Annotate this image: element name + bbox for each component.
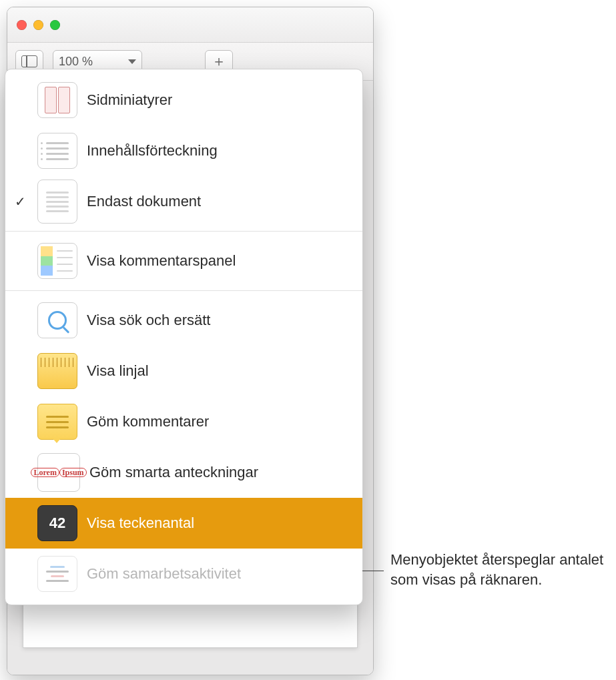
menu-item-toc[interactable]: Innehållsförteckning — [5, 125, 362, 176]
chevron-down-icon — [128, 59, 136, 64]
menu-item-character-count[interactable]: 42 Visa teckenantal — [5, 498, 362, 549]
menu-item-label: Sidminiatyrer — [87, 91, 353, 109]
menu-item-label: Innehållsförteckning — [87, 142, 353, 159]
window-close-button[interactable] — [17, 20, 27, 30]
menu-item-thumbnails[interactable]: Sidminiatyrer — [5, 75, 362, 125]
collab-icon — [37, 556, 77, 592]
titlebar — [7, 7, 373, 43]
window-zoom-button[interactable] — [50, 20, 60, 30]
count-icon: 42 — [37, 505, 77, 541]
callout-text: Menyobjektet återspeglar antalet som vis… — [390, 550, 611, 590]
menu-separator — [5, 290, 362, 291]
menu-item-label: Göm samarbetsaktivitet — [87, 565, 353, 583]
view-menu: Sidminiatyrer Innehållsförteckning ✓ End… — [5, 69, 363, 605]
menu-item-label: Visa kommentarspanel — [87, 252, 353, 270]
menu-item-label: Visa linjal — [87, 362, 353, 380]
menu-item-label: Göm smarta anteckningar — [89, 464, 353, 481]
thumbnails-icon — [37, 82, 77, 118]
ruler-icon — [37, 353, 77, 389]
checkmark-icon: ✓ — [12, 194, 28, 210]
menu-item-document-only[interactable]: ✓ Endast dokument — [5, 176, 362, 227]
menu-item-label: Visa sök och ersätt — [87, 312, 353, 329]
document-only-icon — [37, 180, 77, 224]
menu-item-label: Endast dokument — [87, 193, 353, 210]
zoom-value: 100 % — [59, 55, 93, 69]
toc-icon — [37, 133, 77, 169]
count-badge-value: 42 — [49, 515, 65, 532]
menu-item-comments-panel[interactable]: Visa kommentarspanel — [5, 236, 362, 286]
menu-item-hide-comments[interactable]: Göm kommentarer — [5, 396, 362, 447]
menu-item-hide-collab-activity: Göm samarbetsaktivitet — [5, 549, 362, 599]
plus-icon: ＋ — [212, 54, 226, 69]
lorem-icon: LoremIpsum — [37, 453, 80, 492]
sidebar-icon — [21, 55, 37, 67]
menu-item-ruler[interactable]: Visa linjal — [5, 346, 362, 396]
menu-separator — [5, 231, 362, 232]
menu-item-hide-smart-annotations[interactable]: LoremIpsum Göm smarta anteckningar — [5, 447, 362, 498]
menu-item-find-replace[interactable]: Visa sök och ersätt — [5, 295, 362, 346]
menu-item-label: Visa teckenantal — [87, 515, 353, 532]
menu-item-label: Göm kommentarer — [87, 413, 353, 430]
window-minimize-button[interactable] — [33, 20, 43, 30]
search-icon — [37, 302, 77, 338]
callout-leader-line — [362, 571, 384, 571]
note-icon — [37, 404, 77, 440]
comments-panel-icon — [37, 243, 77, 279]
